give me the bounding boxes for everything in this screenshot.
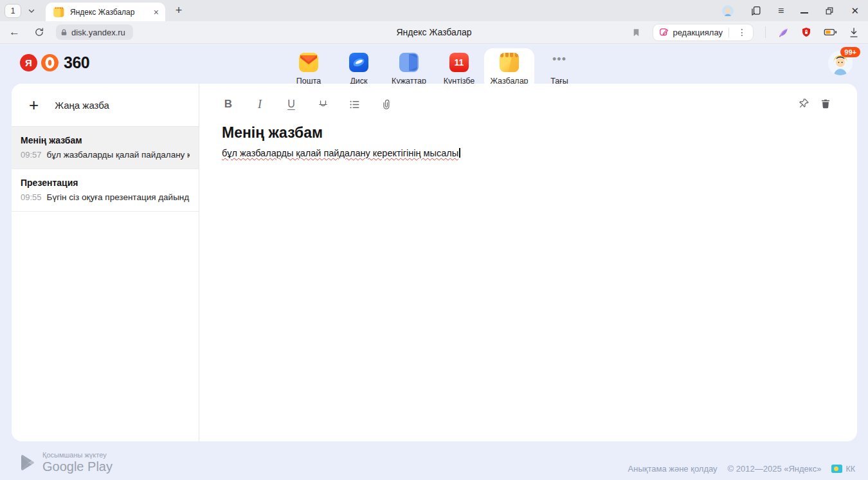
kazakhstan-flag-icon [831, 465, 842, 473]
copyright-text: © 2012—2025 «Яндекс» [728, 464, 822, 474]
new-note-label: Жаңа жазба [55, 100, 109, 111]
editpill-divider [728, 28, 729, 37]
bullet-list-icon [348, 98, 361, 111]
strikethrough-button[interactable] [316, 98, 329, 111]
tab-close-button[interactable]: × [152, 7, 160, 17]
docs-icon [399, 53, 419, 72]
note-time: 09:57 [21, 150, 42, 160]
note-title: Презентация [21, 178, 190, 188]
back-button[interactable]: ← [9, 26, 20, 39]
help-support-link[interactable]: Анықтама және қолдау [628, 464, 718, 474]
text-caret [459, 148, 460, 158]
user-avatar[interactable]: 99+ [828, 51, 853, 75]
note-title: Менің жазбам [21, 135, 190, 145]
strikethrough-icon [317, 98, 329, 111]
note-list-item-2[interactable]: Презентация 09:55 Бүгін сіз оқуға презен… [12, 169, 199, 212]
notes-app-panel: + Жаңа жазба Менің жазбам 09:57 бұл жазб… [12, 84, 857, 441]
language-switcher[interactable]: КК [831, 465, 855, 474]
mail-icon [299, 53, 318, 72]
notes-favicon-icon [53, 6, 64, 17]
google-play-name: Google Play [42, 459, 113, 474]
bookmark-icon[interactable] [631, 28, 641, 37]
note-body-text: бұл жазбаларды қалай пайдалану керектігі… [222, 148, 458, 158]
reload-icon [34, 27, 44, 37]
browser-address-bar: Яндекс Жазбалар ← disk.yandex.ru редакци… [0, 21, 868, 44]
note-list-item-1[interactable]: Менің жазбам 09:57 бұл жазбаларды қалай … [12, 127, 199, 169]
window-restore-button[interactable] [825, 6, 834, 15]
note-preview: бұл жазбаларды қалай пайдалану ке… [47, 150, 190, 160]
pin-icon [798, 97, 810, 109]
notification-badge: 99+ [840, 47, 860, 57]
new-note-button[interactable]: + Жаңа жазба [12, 84, 199, 127]
bold-button[interactable]: B [222, 98, 235, 111]
svg-text:Я: Я [25, 57, 32, 68]
tab-list-chevron-button[interactable] [24, 4, 39, 18]
pin-note-button[interactable] [798, 97, 810, 109]
note-editor[interactable]: B I U Менің жазбам бұл жазбаларды қалай … [199, 84, 857, 441]
toolbar-divider [765, 26, 766, 38]
download-icon[interactable] [849, 27, 859, 38]
note-editor-body[interactable]: бұл жазбаларды қалай пайдалану керектігі… [222, 148, 857, 158]
window-minimize-button[interactable] [800, 8, 808, 14]
disk-icon [349, 53, 368, 72]
chevron-down-icon [28, 7, 35, 15]
google-play-caption: Қосымшаны жүктеу [42, 451, 113, 459]
window-close-button[interactable]: ✕ [851, 5, 859, 17]
note-time: 09:55 [21, 192, 42, 202]
tab-title: Яндекс Жазбалар [70, 8, 152, 17]
trash-icon [820, 98, 831, 109]
url-field[interactable]: disk.yandex.ru [56, 24, 133, 40]
edit-mode-label: редакциялау [673, 28, 723, 37]
edit-pencil-icon [659, 28, 669, 37]
battery-icon[interactable] [824, 27, 837, 37]
attach-button[interactable] [379, 98, 392, 111]
lock-icon [60, 28, 68, 37]
editor-toolbar: B I U [222, 95, 857, 114]
profile-avatar-icon [722, 5, 734, 17]
restore-icon [825, 6, 834, 15]
tab-counter-button[interactable]: 1 [5, 4, 21, 18]
google-play-link[interactable]: Қосымшаны жүктеу Google Play [19, 451, 113, 474]
edit-more-button[interactable]: ⋮ [735, 27, 749, 37]
paperclip-icon [380, 98, 392, 111]
bullet-list-button[interactable] [348, 98, 361, 111]
shield-adblock-icon[interactable] [800, 26, 812, 38]
browser-tab-active[interactable]: Яндекс Жазбалар × [46, 3, 165, 21]
plus-icon: + [29, 97, 39, 113]
calendar-icon: 11 [449, 53, 469, 72]
yandex-360-header: Я 360 Пошта Диск Құжаттар 11 Күнтізбе [0, 44, 868, 84]
yandex-360-logo[interactable]: Я 360 [19, 53, 89, 72]
page-footer: Қосымшаны жүктеу Google Play Анықтама жә… [0, 441, 868, 480]
google-play-icon [19, 454, 35, 471]
yandex-ya-icon: Я [19, 53, 38, 72]
browser-tab-strip: 1 Яндекс Жазбалар × + ≡ ✕ [0, 0, 868, 21]
delete-note-button[interactable] [820, 98, 831, 109]
url-text: disk.yandex.ru [71, 28, 125, 37]
pen-extension-icon[interactable] [777, 26, 789, 38]
yandex-360-o-icon [41, 53, 59, 72]
minimize-icon [800, 8, 808, 14]
edit-mode-button[interactable]: редакциялау ⋮ [653, 24, 754, 41]
underline-button[interactable]: U [285, 98, 298, 110]
more-apps-icon: ••• [550, 53, 569, 72]
notes-icon [500, 53, 519, 72]
reload-button[interactable] [34, 27, 44, 37]
language-code: КК [845, 465, 855, 474]
note-preview: Бүгін сіз оқуға презентация дайында… [47, 192, 190, 202]
logo-360-text: 360 [64, 53, 89, 72]
italic-button[interactable]: I [253, 98, 266, 111]
note-editor-title[interactable]: Менің жазбам [222, 124, 857, 142]
browser-menu-button[interactable]: ≡ [778, 5, 784, 17]
browser-profile-avatar[interactable] [722, 5, 734, 17]
notes-sidebar: + Жаңа жазба Менің жазбам 09:57 бұл жазб… [12, 84, 199, 441]
side-panel-button[interactable] [750, 5, 761, 16]
new-tab-button[interactable]: + [170, 3, 187, 19]
panels-icon [750, 5, 761, 16]
